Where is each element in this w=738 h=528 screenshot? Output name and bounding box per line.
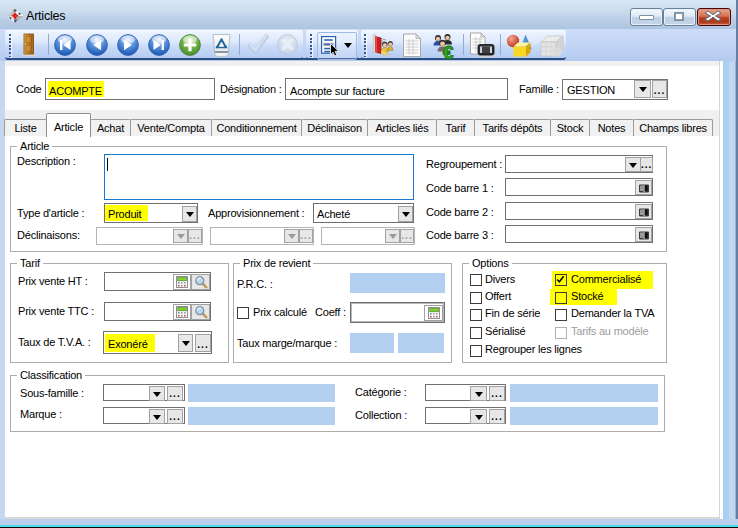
svg-text:€: € [443,42,454,60]
